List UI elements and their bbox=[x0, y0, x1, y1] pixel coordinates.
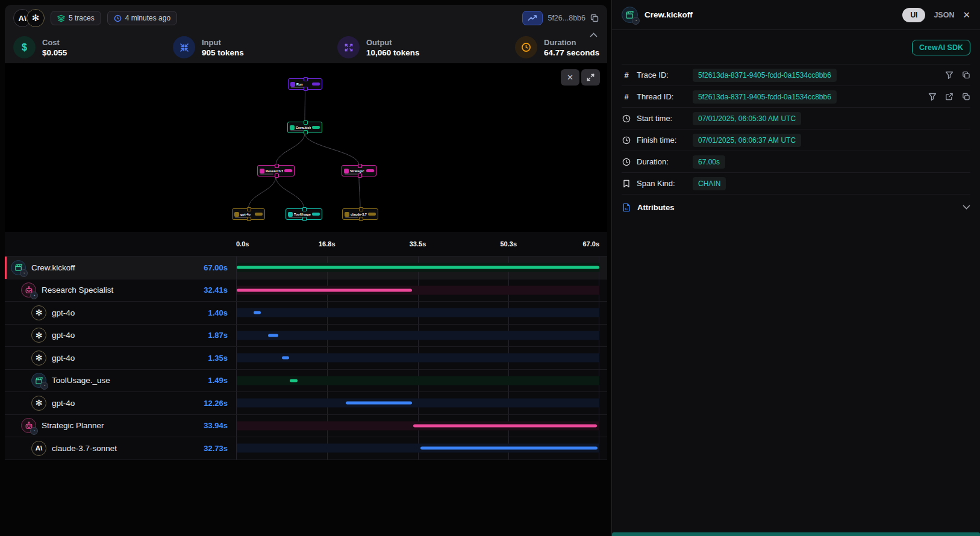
crew-kickoff-icon: ◔ bbox=[622, 7, 638, 23]
graph-expand-button[interactable] bbox=[581, 69, 600, 86]
graph-node-research[interactable]: Research Specialist bbox=[257, 165, 295, 176]
graph-node-crew[interactable]: Crew.kickoff bbox=[287, 122, 322, 133]
sdk-badge: CrewAI SDK bbox=[912, 40, 970, 55]
span-timeline-cell[interactable] bbox=[236, 392, 599, 414]
span-row[interactable]: ✻ A\ ◔ Strategic Planner 33.94s bbox=[5, 415, 607, 438]
span-name: claude-3.7-sonnet bbox=[52, 444, 117, 453]
node-subtitle-line bbox=[260, 173, 273, 175]
collapse-metrics-chevron-icon[interactable] bbox=[590, 33, 598, 37]
graph-node-claude[interactable]: claude-3.7-sonnet bbox=[342, 208, 378, 220]
node-subtitle-line bbox=[289, 217, 302, 218]
span-duration: 12.26s bbox=[204, 399, 236, 408]
graph-close-button[interactable]: ✕ bbox=[561, 69, 579, 86]
graph-node-gpt[interactable]: gpt-4o bbox=[232, 208, 265, 220]
span-timeline-cell[interactable] bbox=[236, 279, 599, 302]
span-timeline-cell[interactable] bbox=[236, 257, 599, 279]
span-row[interactable]: ✻ A\ ◔ gpt-4o 1.40s bbox=[5, 302, 607, 325]
span-timeline-cell[interactable] bbox=[236, 370, 599, 392]
span-duration: 32.73s bbox=[204, 444, 236, 453]
span-duration: 33.94s bbox=[204, 421, 236, 430]
tab-json[interactable]: JSON bbox=[934, 11, 954, 19]
file-attributes-icon bbox=[622, 203, 631, 212]
node-status-badge bbox=[284, 169, 292, 172]
span-timeline-cell[interactable] bbox=[236, 437, 599, 460]
axis-tick: 67.0s bbox=[582, 240, 599, 248]
openai-logo-icon: ✻ bbox=[36, 398, 43, 408]
filter-icon[interactable] bbox=[945, 71, 953, 79]
attributes-section-toggle[interactable]: Attributes bbox=[622, 195, 970, 220]
metric-label: Cost bbox=[42, 37, 67, 48]
span-timeline-cell[interactable] bbox=[236, 325, 599, 347]
input-icon bbox=[173, 36, 195, 58]
span-timeline-cell[interactable] bbox=[236, 347, 599, 369]
span-row[interactable]: ✻ A\ ◔ gpt-4o 1.35s bbox=[5, 347, 607, 370]
field-value: 67.00s bbox=[693, 155, 725, 169]
metric-label: Output bbox=[366, 37, 420, 48]
trace-graph-canvas[interactable]: Run Crew.kickoff Research Specialist Str… bbox=[5, 63, 607, 232]
external-link-icon[interactable] bbox=[945, 93, 953, 101]
layers-icon bbox=[57, 14, 65, 22]
node-title: ToolUsage._use bbox=[294, 213, 311, 216]
metric: $ Cost $0.055 bbox=[13, 36, 173, 58]
span-bar bbox=[237, 288, 412, 291]
field-value: CHAIN bbox=[693, 177, 726, 190]
graph-node-strategic[interactable]: Strategic Planner bbox=[342, 165, 376, 176]
span-duration: 67.00s bbox=[204, 263, 236, 272]
trace-age-badge[interactable]: 4 minutes ago bbox=[107, 11, 177, 25]
tab-ui[interactable]: UI bbox=[902, 8, 925, 22]
span-row[interactable]: ✻ A\ ◔ Research Specialist 32.41s bbox=[5, 279, 607, 302]
field-icon: # bbox=[622, 136, 631, 145]
span-bar bbox=[290, 379, 298, 382]
node-title: Crew.kickoff bbox=[296, 126, 311, 129]
copy-trace-id-button[interactable] bbox=[590, 14, 599, 22]
bookmark-icon bbox=[623, 179, 630, 188]
openai-logo-icon: ✻ bbox=[27, 9, 45, 27]
span-bar bbox=[268, 334, 278, 337]
attributes-label: Attributes bbox=[637, 203, 674, 212]
span-icon: ✻ A\ ◔ bbox=[31, 305, 46, 320]
span-name: gpt-4o bbox=[52, 399, 75, 408]
field-icon: # bbox=[622, 114, 631, 123]
node-title: Strategic Planner bbox=[350, 169, 365, 173]
graph-node-tool[interactable]: ToolUsage._use bbox=[286, 208, 322, 220]
span-name: gpt-4o bbox=[52, 308, 75, 317]
span-row[interactable]: ✻ A\ ◔ gpt-4o 1.87s bbox=[5, 325, 607, 347]
agentops-sub-badge-icon: ◔ bbox=[632, 17, 640, 25]
span-timeline-cell[interactable] bbox=[236, 415, 599, 437]
node-title: gpt-4o bbox=[240, 213, 251, 216]
span-name: Research Specialist bbox=[42, 285, 113, 294]
graph-node-run[interactable]: Run bbox=[288, 78, 322, 90]
span-name: ToolUsage._use bbox=[52, 376, 110, 385]
span-name: gpt-4o bbox=[52, 354, 75, 363]
copy-icon[interactable] bbox=[962, 71, 970, 79]
span-track bbox=[237, 331, 599, 340]
traces-count-badge[interactable]: 5 traces bbox=[51, 11, 101, 25]
agentops-sub-badge-icon: ◔ bbox=[30, 427, 38, 435]
filter-icon[interactable] bbox=[928, 93, 937, 101]
span-bar bbox=[254, 311, 261, 314]
output-icon bbox=[337, 36, 360, 58]
chevron-down-icon bbox=[963, 205, 970, 210]
agentops-sub-badge-icon: ◔ bbox=[40, 382, 48, 390]
openai-logo-icon: ✻ bbox=[36, 331, 43, 340]
span-bar bbox=[282, 357, 289, 360]
node-subtitle-line bbox=[345, 217, 358, 218]
panel-close-icon[interactable]: ✕ bbox=[963, 10, 970, 20]
node-subtitle-line bbox=[345, 173, 358, 175]
trace-chart-button[interactable] bbox=[522, 11, 543, 25]
metric-value: 905 tokens bbox=[202, 48, 244, 57]
field-label: Start time: bbox=[637, 114, 687, 123]
cost-icon: $ bbox=[13, 36, 36, 58]
span-duration: 1.87s bbox=[208, 331, 236, 340]
span-duration: 1.49s bbox=[208, 376, 236, 385]
node-type-icon bbox=[288, 212, 293, 217]
copy-icon[interactable] bbox=[962, 93, 970, 101]
span-row[interactable]: ✻ A\ ◔ gpt-4o 12.26s bbox=[5, 392, 607, 415]
span-row[interactable]: ✻ A\ ◔ claude-3.7-sonnet 32.73s bbox=[5, 437, 607, 460]
metrics-row: $ Cost $0.055 Input 905 tokens Output 10… bbox=[5, 31, 607, 63]
span-row[interactable]: ✻ A\ ◔ Crew.kickoff 67.00s bbox=[5, 257, 607, 279]
span-row[interactable]: ✻ A\ ◔ ToolUsage._use 1.49s bbox=[5, 370, 607, 393]
span-timeline-cell[interactable] bbox=[236, 302, 599, 324]
field-icon: # bbox=[622, 179, 631, 188]
span-track bbox=[237, 354, 599, 363]
